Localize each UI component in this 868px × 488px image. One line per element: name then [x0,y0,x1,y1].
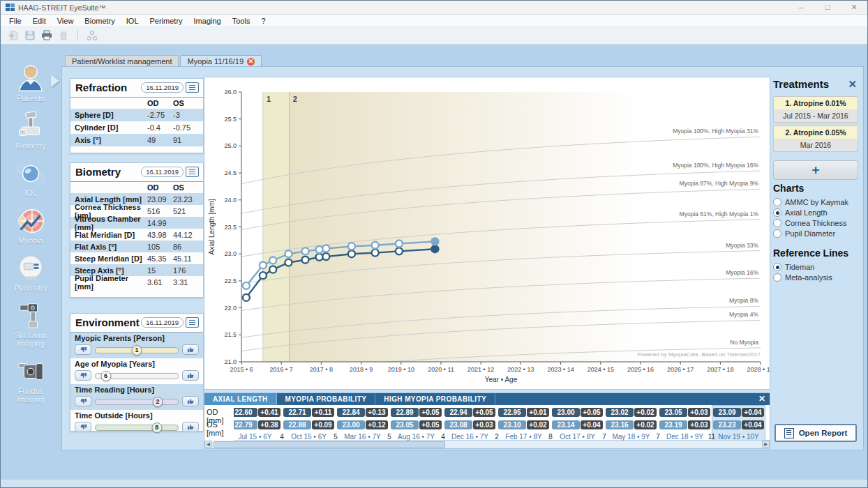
biometry-date-field[interactable]: 16.11.2019 [141,167,184,177]
od-delta-chip[interactable]: +0.11 [312,408,334,417]
od-delta-chip[interactable]: +0.13 [366,408,388,417]
od-delta-chip[interactable]: +0.03 [688,408,710,417]
os-value-chip[interactable]: 23.10 [498,420,526,429]
visit-date[interactable]: Jul 15 • 6Y [228,433,282,441]
thumbs-up-button[interactable] [182,396,199,406]
visit-date[interactable]: Aug 16 • 7Y [389,433,443,441]
data-point-od-4[interactable] [302,257,309,264]
chart-option-axial-length[interactable]: Axial Length [773,208,858,217]
data-point-os-0[interactable] [243,282,250,289]
data-point-od-10[interactable] [431,245,438,252]
table-tab-high-myopia-probability[interactable]: HIGH MYOPIA PROBABILITY [375,393,495,405]
menu-item-view[interactable]: View [52,15,80,26]
od-value-chip[interactable]: 22.60 [230,408,257,417]
radio-icon[interactable] [773,273,781,282]
sidebar-item-fundus[interactable]: Fundus Imaging [6,356,55,404]
menu-item-biometry[interactable]: Biometry [79,15,120,26]
visit-column-dec-16-7y[interactable]: 22.94+0.0523.08+0.03Dec 16 • 7Y [443,406,497,447]
data-point-od-1[interactable] [260,272,267,279]
data-point-od-6[interactable] [322,253,329,260]
visit-date[interactable]: May 18 • 9Y [604,433,658,441]
menu-item-imaging[interactable]: Imaging [188,15,227,26]
sidebar-item-patients[interactable]: Patients [15,63,47,102]
refline-option-tideman[interactable]: Tideman [773,263,858,271]
menu-item-file[interactable]: File [3,15,27,26]
sidebar-item-slitlamp[interactable]: Slit Lamp Imaging [6,300,55,348]
os-value-chip[interactable]: 23.16 [606,420,634,429]
os-delta-chip[interactable]: +0.02 [527,420,549,429]
menu-item-iol[interactable]: IOL [121,15,144,26]
od-value-chip[interactable]: 23.00 [552,408,580,417]
biometry-menu-button[interactable] [186,167,199,177]
refline-option-meta-analysis[interactable]: Meta-analysis [773,273,858,282]
od-delta-chip[interactable]: +0.05 [473,408,495,417]
od-value-chip[interactable]: 23.05 [659,408,687,417]
visit-column-feb-17-8y[interactable]: 22.95+0.0123.10+0.02Feb 17 • 8Y [497,406,551,447]
os-delta-chip[interactable]: +0.02 [634,420,657,429]
thumbs-up-button[interactable] [182,370,199,381]
refraction-date-field[interactable]: 16.11.2019 [141,82,184,93]
radio-icon[interactable] [773,263,781,271]
slider-thumb[interactable]: 2 [153,397,163,407]
open-report-button[interactable]: Open Report [775,424,857,442]
os-delta-chip[interactable]: +0.03 [688,420,710,429]
os-value-chip[interactable]: 23.19 [659,420,687,429]
data-point-od-7[interactable] [348,250,355,257]
data-point-od-5[interactable] [316,254,323,261]
table-tab-axial-length[interactable]: AXIAL LENGTH [204,393,277,405]
menu-item-tools[interactable]: Tools [227,15,256,26]
sidebar-expand-arrow-icon[interactable] [51,75,59,87]
visit-date[interactable]: Oct 15 • 6Y [282,433,336,441]
visit-date[interactable]: Feb 17 • 8Y [497,433,551,441]
minimize-button[interactable]: – [788,1,814,14]
data-point-os-6[interactable] [322,245,329,252]
data-point-od-2[interactable] [269,266,276,273]
save-icon[interactable] [24,30,36,41]
od-value-chip[interactable]: 23.09 [713,408,741,417]
os-value-chip[interactable]: 23.05 [391,420,419,429]
os-delta-chip[interactable]: +0.03 [473,420,495,429]
visit-column-oct-17-8y[interactable]: 23.00+0.0523.14+0.04Oct 17 • 8Y [551,406,604,447]
visit-date[interactable]: Nov 19 • 10Y [712,433,765,441]
os-delta-chip[interactable]: +0.09 [312,420,334,429]
slider-track[interactable] [95,425,179,431]
environment-menu-button[interactable] [186,317,199,328]
sidebar-item-perimetry[interactable]: Perimetry [14,252,47,292]
od-value-chip[interactable]: 23.02 [606,408,634,417]
os-delta-chip[interactable]: +0.05 [419,420,442,429]
menu-item-help[interactable]: ? [255,15,271,26]
data-point-os-4[interactable] [302,247,309,254]
slider-thumb[interactable]: 8 [151,422,162,433]
slider-track-area[interactable]: 1 [95,345,179,355]
data-point-os-1[interactable] [260,261,267,268]
visit-column-mar-16-7y[interactable]: 22.84+0.1323.00+0.12Mar 16 • 7Y [336,406,389,447]
od-delta-chip[interactable]: +0.04 [742,408,764,417]
menu-item-perimetry[interactable]: Perimetry [144,15,188,26]
add-treatment-button[interactable]: + [773,160,858,180]
chart-option-ammc-by-kaymak[interactable]: AMMC by Kaymak [773,198,858,206]
data-point-od-8[interactable] [372,250,379,257]
od-delta-chip[interactable]: +0.01 [527,408,549,417]
tab-patient-worklist-management[interactable]: Patient/Worklist management [65,55,179,67]
data-point-od-0[interactable] [243,294,250,301]
visit-date[interactable]: Mar 16 • 7Y [336,433,389,441]
radio-icon[interactable] [773,208,781,217]
maximize-button[interactable]: □ [814,1,841,14]
slider-track-area[interactable]: 6 [95,371,179,381]
radio-icon[interactable] [773,229,781,238]
data-point-os-8[interactable] [372,242,379,249]
od-value-chip[interactable]: 22.71 [283,408,311,417]
od-value-chip[interactable]: 22.84 [337,408,365,417]
chart-option-pupil-diameter[interactable]: Pupil Diameter [773,229,858,238]
treatment-card-1[interactable]: 1. Atropine 0.01%Jul 2015 - Mar 2016 [773,96,858,123]
treatment-card-2[interactable]: 2. Atropine 0.05%Mar 2016 [773,125,858,152]
table-tab-myopia-probability[interactable]: MYOPIA PROBABILITY [277,393,376,405]
treatments-close-icon[interactable]: ✕ [848,78,857,91]
visit-column-nov-19-10y[interactable]: 23.09+0.0423.23+0.04Nov 19 • 10Y [712,406,765,447]
data-point-od-9[interactable] [396,247,403,254]
network-icon[interactable] [86,30,98,41]
od-value-chip[interactable]: 22.89 [391,408,419,417]
radio-icon[interactable] [773,198,781,206]
visit-column-oct-15-6y[interactable]: 22.71+0.1122.88+0.09Oct 15 • 6Y [282,406,336,447]
environment-date-field[interactable]: 16.11.2019 [141,317,184,328]
